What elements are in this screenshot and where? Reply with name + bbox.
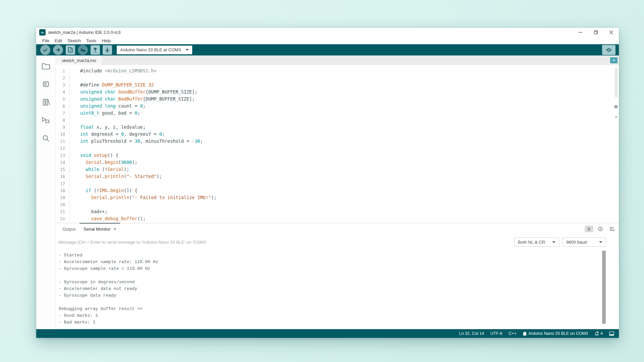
menu-tools[interactable]: Tools xyxy=(84,38,99,43)
code-editor[interactable]: 12345678910111213141516171819202122 #inc… xyxy=(56,65,619,223)
magnifier-icon xyxy=(606,47,612,53)
serial-output-line: - Started xyxy=(59,252,619,259)
code-line: unsigned char BadBuffer[DUMP_BUFFER_SIZE… xyxy=(80,96,619,103)
clear-list-icon xyxy=(609,227,614,231)
open-button[interactable] xyxy=(91,45,100,55)
check-icon xyxy=(43,48,48,52)
panel-toggle[interactable] xyxy=(609,331,614,336)
language-indicator[interactable]: C++ xyxy=(509,331,517,336)
serial-output-lines: - Started- Accelerometer sample rate: 11… xyxy=(59,252,619,326)
code-line: unsigned char GoodBuffer[DUMP_BUFFER_SIZ… xyxy=(80,88,619,96)
sidebar-item-sketchbook[interactable] xyxy=(42,62,50,70)
serial-output-line: - Accelerometer sample rate: 119.00 Hz xyxy=(59,259,619,265)
close-button[interactable] xyxy=(603,28,619,37)
bell-icon xyxy=(594,331,599,336)
serial-output-line: - Gyroscope in degrees/second xyxy=(59,279,619,286)
title-bar[interactable]: ∞ sketch_mar2a | Arduino IDE 2.0.0-rc3 xyxy=(36,28,619,37)
serial-output-line: - Accelerometer data not ready xyxy=(59,286,619,292)
arrow-down-icon xyxy=(105,47,110,53)
sidebar-item-boards-manager[interactable] xyxy=(42,80,50,88)
code-line xyxy=(80,145,619,152)
sidebar-item-library-manager[interactable] xyxy=(42,98,50,107)
serial-message-input[interactable] xyxy=(58,240,511,245)
code-line: #define DUMP_BUFFER_SIZE 32 xyxy=(80,81,619,88)
code-line: void setup() { xyxy=(80,152,619,159)
serial-output-line: Debugging array buffer result >> xyxy=(59,306,619,312)
sidebar-item-debug[interactable] xyxy=(42,116,50,125)
code-line xyxy=(80,74,619,81)
serial-output-line xyxy=(59,272,619,279)
panel-tab-bar: Output Serial Monitor × xyxy=(56,223,619,235)
menu-sketch[interactable]: Sketch xyxy=(65,38,84,43)
document-icon xyxy=(68,47,73,53)
timestamp-button[interactable] xyxy=(596,226,605,232)
arduino-logo-icon: ∞ xyxy=(39,29,46,36)
debug-button[interactable] xyxy=(78,45,88,55)
editor-tab-bar: sketch_mar2a.ino xyxy=(56,56,619,65)
line-number-gutter: 12345678910111213141516171819202122 xyxy=(56,67,70,223)
code-line: save_debug_buffer(); xyxy=(80,215,619,222)
line-ending-select[interactable]: Both NL & CR xyxy=(514,237,559,247)
close-icon[interactable]: × xyxy=(113,226,116,232)
debug-icon xyxy=(80,47,86,53)
desktop: ∞ sketch_mar2a | Arduino IDE 2.0.0-rc3 F… xyxy=(0,0,644,362)
upload-button[interactable] xyxy=(53,45,63,55)
clock-icon xyxy=(598,227,603,231)
bug-icon xyxy=(42,117,50,124)
save-button[interactable] xyxy=(103,45,112,55)
tab-output[interactable]: Output xyxy=(58,223,79,235)
editor-scrollbar[interactable] xyxy=(614,66,618,222)
double-chevron-down-icon xyxy=(587,227,591,231)
menu-help[interactable]: Help xyxy=(99,38,113,43)
bottom-panel: Output Serial Monitor × xyxy=(56,223,619,329)
notifications-indicator[interactable]: 4 xyxy=(594,331,603,336)
scroll-to-bottom-button[interactable] xyxy=(585,226,593,232)
code-lines: #include <Arduino_LSM9DS1.h> #define DUM… xyxy=(70,67,619,223)
baud-rate-select[interactable]: 9600 baud xyxy=(562,237,606,247)
arrow-right-icon xyxy=(56,48,60,52)
chevron-down-icon xyxy=(185,49,189,51)
serial-input-row: Both NL & CR 9600 baud xyxy=(56,235,619,249)
tab-sketch-file[interactable]: sketch_mar2a.ino xyxy=(56,56,103,65)
serial-output-line: - Good marks: 1 xyxy=(59,312,619,319)
code-line: Serial.println("- Started"); xyxy=(80,173,619,180)
serial-output-scrollbar[interactable] xyxy=(602,249,606,329)
serial-output-line xyxy=(59,299,619,306)
panel-layout-icon xyxy=(609,331,614,336)
tab-serial-monitor[interactable]: Serial Monitor × xyxy=(79,223,120,235)
board-selector[interactable]: Arduino Nano 33 BLE at COM3 xyxy=(117,46,192,54)
code-line: int plusThreshold = 30, minusThreshold =… xyxy=(80,138,619,145)
serial-output-line: - Gyroscope data ready xyxy=(59,292,619,299)
maximize-button[interactable] xyxy=(588,28,603,37)
chevron-down-icon xyxy=(612,60,615,61)
minimize-button[interactable] xyxy=(573,28,588,37)
chevron-down-icon xyxy=(599,241,602,243)
cursor-position[interactable]: Ln 32, Col 14 xyxy=(459,331,484,336)
window-title: sketch_mar2a | Arduino IDE 2.0.0-rc3 xyxy=(48,30,121,35)
encoding-indicator[interactable]: UTF-8 xyxy=(490,331,502,336)
code-line: Serial.begin(9600); xyxy=(80,159,619,166)
code-line: #include <Arduino_LSM9DS1.h> xyxy=(80,67,619,74)
serial-output-line: - Bad marks: 1 xyxy=(59,319,619,326)
sidebar-item-search[interactable] xyxy=(42,134,50,143)
board-icon xyxy=(523,331,527,336)
board-indicator[interactable]: Arduino Nano 33 BLE on COM3 xyxy=(523,331,588,336)
serial-plotter-button[interactable] xyxy=(602,45,615,55)
chip-icon xyxy=(42,80,50,88)
serial-output-line: - Gyroscope sample rate = 119.00 Hz xyxy=(59,265,619,272)
menu-edit[interactable]: Edit xyxy=(52,38,65,43)
clear-output-button[interactable] xyxy=(607,226,616,232)
verify-button[interactable] xyxy=(40,45,50,55)
code-line: Serial.println("- Failed to initialize I… xyxy=(80,194,619,201)
code-line: int degreesX = 0, degreesY = 0; xyxy=(80,131,619,138)
menu-file[interactable]: File xyxy=(40,38,52,43)
chevron-down-icon xyxy=(552,241,555,243)
books-icon xyxy=(42,98,50,106)
new-sketch-button[interactable] xyxy=(66,45,75,55)
serial-output[interactable]: - Started- Accelerometer sample rate: 11… xyxy=(56,249,619,329)
code-line: if (!IMU.begin()) { xyxy=(80,187,619,194)
code-line: bad++; xyxy=(80,208,619,215)
editor-tabs-dropdown-button[interactable] xyxy=(610,57,618,63)
code-line xyxy=(80,180,619,187)
arrow-up-icon xyxy=(93,47,98,53)
